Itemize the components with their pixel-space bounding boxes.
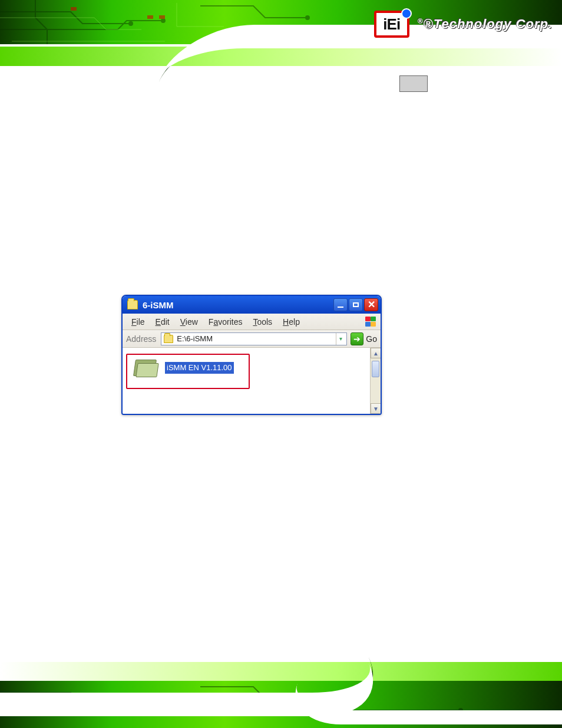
iei-logo-icon: iEi — [374, 11, 409, 38]
scroll-down-button[interactable]: ▼ — [371, 403, 381, 414]
windows-explorer-window: 6-iSMM ✕ File Edit View Favorites Tools … — [121, 295, 382, 415]
scroll-thumb[interactable] — [372, 361, 379, 377]
go-group: ➔ Go — [351, 332, 377, 345]
svg-point-0 — [129, 22, 133, 25]
maximize-icon — [353, 302, 359, 307]
vertical-scrollbar[interactable]: ▲ ▼ — [370, 348, 381, 414]
brand-block: iEi ®®Technology Corp. — [374, 11, 553, 38]
svg-rect-6 — [159, 15, 165, 19]
menu-edit[interactable]: Edit — [150, 316, 175, 328]
go-button[interactable]: ➔ — [351, 332, 363, 345]
close-button[interactable]: ✕ — [364, 298, 378, 311]
menubar: File Edit View Favorites Tools Help — [123, 314, 381, 330]
explorer-body: iSMM EN V1.11.00 ▲ ▼ — [123, 348, 381, 414]
go-label: Go — [366, 334, 377, 344]
logo-mark-text: iEi — [383, 15, 400, 34]
brand-company-name: ®Technology Corp. — [424, 17, 553, 31]
document-footer-band — [0, 662, 562, 728]
windows-flag-icon — [364, 316, 377, 328]
menu-help[interactable]: Help — [277, 316, 305, 328]
titlebar[interactable]: 6-iSMM ✕ — [123, 296, 381, 314]
titlebar-title: 6-iSMM — [143, 300, 333, 310]
address-bar: Address E:\6-iSMM ▾ ➔ Go — [123, 330, 381, 348]
address-folder-icon — [164, 335, 173, 343]
svg-rect-4 — [71, 7, 77, 11]
svg-rect-5 — [147, 15, 153, 19]
maximize-button[interactable] — [349, 298, 363, 311]
menu-favorites[interactable]: Favorites — [203, 316, 248, 328]
minimize-button[interactable] — [333, 298, 348, 311]
close-icon: ✕ — [368, 300, 375, 309]
document-header-band: iEi ®®Technology Corp. — [0, 0, 562, 66]
menu-tools[interactable]: Tools — [247, 316, 277, 328]
file-pane[interactable]: iSMM EN V1.11.00 — [123, 348, 370, 414]
minimize-icon — [338, 307, 343, 308]
menu-view[interactable]: View — [175, 316, 203, 328]
address-combo[interactable]: E:\6-iSMM ▾ — [161, 332, 347, 345]
address-path: E:\6-iSMM — [177, 334, 332, 343]
scroll-up-button[interactable]: ▲ — [371, 348, 381, 358]
brand-company-text: ®®Technology Corp. — [418, 17, 553, 32]
page-gray-marker — [399, 75, 428, 92]
go-arrow-icon: ➔ — [353, 334, 361, 344]
address-label: Address — [126, 334, 156, 344]
svg-point-1 — [161, 19, 165, 22]
menu-file[interactable]: File — [126, 316, 150, 328]
folder-open-icon — [133, 357, 159, 378]
titlebar-folder-icon — [127, 300, 138, 309]
address-dropdown-button[interactable]: ▾ — [336, 333, 345, 345]
